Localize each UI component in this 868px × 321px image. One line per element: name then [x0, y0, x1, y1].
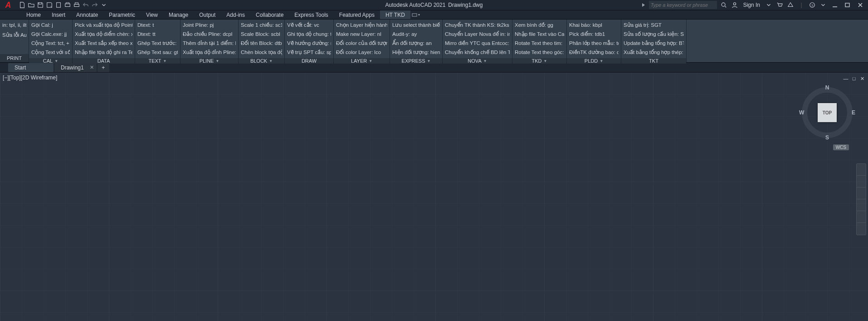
maximize-button[interactable]	[843, 1, 853, 9]
panel-cmd[interactable]: Khai báo: kbpl	[569, 21, 619, 30]
panel-cmd[interactable]: Ẩn đối tượng: an	[392, 39, 440, 48]
tab-start[interactable]: Start	[8, 63, 54, 72]
panel-cmd[interactable]: Mirro điền YTC qua Entcoc: mil	[445, 39, 510, 48]
panel-cmd[interactable]: Đảo chiều Pline: dcpl	[183, 30, 236, 39]
vp-maximize-icon[interactable]: □	[851, 75, 857, 82]
chevron-down-icon[interactable]: ▼	[544, 59, 547, 63]
panel-cmd[interactable]: Nhập file tọa độ ghi ra Text: nft	[75, 48, 132, 57]
menu-manage[interactable]: Manage	[163, 10, 194, 19]
panel-title-pline[interactable]: PLINE▼	[180, 58, 238, 64]
panel-title-text[interactable]: TEXT▼	[135, 58, 180, 64]
panel-cmd[interactable]: in: tpl, ii, ilt	[2, 21, 26, 30]
open-icon[interactable]	[27, 1, 35, 9]
panel-cmd[interactable]: Nhập file Text vào Cad: nft	[515, 30, 564, 39]
user-icon[interactable]	[731, 1, 739, 9]
close-button[interactable]	[855, 1, 865, 9]
panel-cmd[interactable]: Đổi color của đối tượng: oc	[336, 39, 387, 48]
panel-cmd[interactable]: ĐiềnTK đường bao: dtkdb	[569, 48, 619, 57]
panel-cmd[interactable]: Xuất Text sắp xếp theo x: t2t	[75, 39, 132, 48]
minimize-button[interactable]	[830, 1, 840, 9]
panel-cmd[interactable]: Chuyển Layer Nova để in: inv	[445, 30, 510, 39]
panel-cmd[interactable]: Xuất bảng tổng hợp thép: XTHT	[624, 48, 684, 57]
search-input[interactable]	[651, 2, 715, 8]
panel-cmd[interactable]: Vẽ hướng đường: mtcd	[287, 39, 331, 48]
panel-cmd[interactable]: Chuyển khống chế BD lên TN: b2n	[445, 48, 510, 57]
chevron-down-icon[interactable]: ▼	[600, 59, 603, 63]
panel-cmd[interactable]: Chèn block tọa độ: tdo	[241, 48, 282, 57]
new-icon[interactable]	[18, 1, 26, 9]
panel-cmd[interactable]: Đổi color Layer: lco	[336, 48, 387, 57]
panel-title-block[interactable]: BLOCK▼	[239, 58, 284, 64]
nav-more-icon[interactable]	[857, 223, 866, 235]
vp-close-icon[interactable]: ✕	[859, 75, 865, 82]
search-box[interactable]	[649, 1, 717, 9]
menu-add-ins[interactable]: Add-ins	[221, 10, 250, 19]
panel-cmd[interactable]: Vẽ trụ SPT cầu: sptc	[287, 48, 331, 57]
panel-cmd[interactable]: Xuất tọa độ đỉnh Pline: expl	[183, 48, 236, 57]
view-cube[interactable]: TOP N S E W	[800, 85, 854, 140]
panel-cmd[interactable]: Dtext: tt	[137, 30, 178, 39]
help-dropdown-icon[interactable]	[819, 1, 827, 9]
panel-cmd[interactable]: Lưu select thành biến y: y	[392, 21, 440, 30]
compass-n[interactable]: N	[825, 84, 829, 91]
menu-view[interactable]: View	[141, 10, 163, 19]
panel-cmd[interactable]: Sửa lỗi Auto	[2, 31, 26, 40]
panel-cmd[interactable]: Hiện đối tượng: hien	[392, 48, 440, 57]
nav-zoom-icon[interactable]	[857, 188, 866, 199]
undo-icon[interactable]	[82, 1, 90, 9]
panel-cmd[interactable]: Update bảng tổng hợp: BTH	[624, 39, 684, 48]
cart-icon[interactable]	[775, 1, 784, 9]
panel-cmd[interactable]: Xem bình đồ: gg	[515, 21, 564, 30]
panel-cmd[interactable]: Chuyển TK thành KS: tk2ks	[445, 21, 510, 30]
nav-pan-icon[interactable]	[857, 176, 866, 188]
save-icon[interactable]	[36, 1, 44, 9]
panel-cmd[interactable]: Scale 1 chiều: sc1	[241, 21, 282, 30]
panel-cmd[interactable]: Rotate Text theo góc: rt2	[515, 48, 564, 57]
panel-cmd[interactable]: Gọi Calc.exe: jj	[31, 30, 70, 39]
webmobile-icon[interactable]	[54, 1, 63, 9]
panel-cmd[interactable]: Scale Block: scbl	[241, 30, 282, 39]
panel-cmd[interactable]: Cộng Text: tct, +	[31, 39, 70, 48]
panel-cmd[interactable]: Thêm đỉnh tại 1 điểm: bff	[183, 39, 236, 48]
panel-cmd[interactable]: Cộng Text với số:++	[31, 48, 70, 57]
panel-cmd[interactable]: Phân lớp theo mẫu: tdpl2	[569, 39, 619, 48]
panel-title-pldd[interactable]: PLDD▼	[567, 58, 621, 64]
app-logo[interactable]: A	[0, 0, 16, 10]
panel-cmd[interactable]: Audit-y: ay	[392, 30, 440, 39]
tab-add[interactable]: +	[98, 63, 109, 72]
signin-dropdown-icon[interactable]	[765, 1, 773, 9]
panel-title-tkd[interactable]: TKD▼	[512, 58, 566, 64]
redo-icon[interactable]	[91, 1, 99, 9]
menu-annotate[interactable]: Annotate	[71, 10, 103, 19]
panel-cmd[interactable]: Dtext: t	[137, 21, 178, 30]
menu-collaborate[interactable]: Collaborate	[250, 10, 289, 19]
compass-w[interactable]: W	[799, 109, 804, 116]
a360-icon[interactable]	[786, 1, 795, 9]
panel-cmd[interactable]: Pick và xuất tọa độ Point: tdd	[75, 21, 132, 30]
menu-overflow-icon[interactable]: ▾	[410, 13, 421, 17]
compass-ring[interactable]	[802, 87, 853, 138]
compass-e[interactable]: E	[852, 109, 855, 116]
print-icon[interactable]	[73, 1, 81, 9]
menu-express-tools[interactable]: Express Tools	[289, 10, 333, 19]
tab-drawing1[interactable]: Drawing1 ✕	[54, 63, 97, 72]
menu-featured-apps[interactable]: Featured Apps	[334, 10, 380, 19]
panel-cmd[interactable]: Sửa giá trị: SGT	[624, 21, 684, 30]
panel-title-layer[interactable]: LAYER▼	[334, 58, 390, 64]
nav-wheel-icon[interactable]	[857, 164, 866, 176]
panel-cmd[interactable]: Ghi tọa độ chung: tdc	[287, 30, 331, 39]
wcs-badge[interactable]: WCS	[833, 144, 849, 150]
viewport-label[interactable]: [−][Top][2D Wireframe]	[3, 74, 57, 81]
help-icon[interactable]: ?	[808, 1, 816, 9]
chevron-down-icon[interactable]: ▼	[427, 59, 431, 63]
panel-title-express[interactable]: EXPRESS▼	[390, 58, 442, 64]
panel-cmd[interactable]: Make new Layer: nl	[336, 30, 387, 39]
panel-cmd[interactable]: Joint Pline: pj	[183, 21, 236, 30]
drawing-canvas[interactable]: [−][Top][2D Wireframe] — □ ✕ TOP N S E W…	[0, 73, 868, 321]
menu-insert[interactable]: Insert	[46, 10, 71, 19]
panel-title-nova[interactable]: NOVA▼	[443, 58, 512, 64]
panel-cmd[interactable]: Rotate Text theo tim: rt1	[515, 39, 564, 48]
vp-minimize-icon[interactable]: —	[843, 75, 849, 82]
chevron-down-icon[interactable]: ▼	[54, 59, 58, 63]
plot-icon[interactable]	[63, 1, 72, 9]
